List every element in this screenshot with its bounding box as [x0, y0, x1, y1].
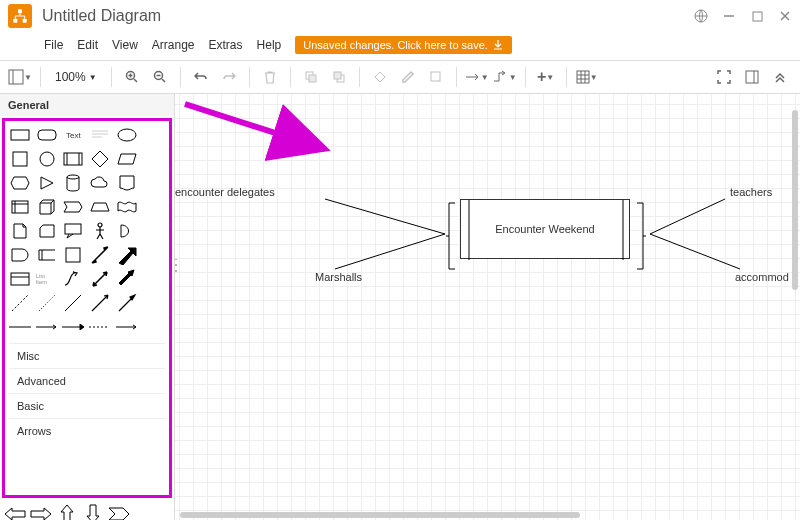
- category-basic[interactable]: Basic: [9, 393, 165, 418]
- shape-rounded[interactable]: [36, 125, 58, 145]
- connection-button[interactable]: ▼: [465, 65, 489, 89]
- menu-edit[interactable]: Edit: [77, 38, 98, 52]
- arrow-down[interactable]: [82, 504, 104, 520]
- shape-harrow1[interactable]: [36, 317, 58, 337]
- shape-double-arrow[interactable]: [89, 245, 111, 265]
- shape-blank2[interactable]: [142, 149, 164, 169]
- shape-blank5[interactable]: [142, 221, 164, 241]
- shape-blank7[interactable]: [142, 269, 164, 289]
- shape-internal[interactable]: [9, 197, 31, 217]
- shape-ellipse[interactable]: [116, 125, 138, 145]
- to-front-button[interactable]: [299, 65, 323, 89]
- menu-file[interactable]: File: [44, 38, 63, 52]
- collapse-button[interactable]: [768, 65, 792, 89]
- shape-dotted[interactable]: [36, 293, 58, 313]
- arrow-up[interactable]: [56, 504, 78, 520]
- menu-extras[interactable]: Extras: [209, 38, 243, 52]
- shape-line2[interactable]: [62, 293, 84, 313]
- shape-document[interactable]: [116, 173, 138, 193]
- category-advanced[interactable]: Advanced: [9, 368, 165, 393]
- shape-curve[interactable]: [62, 269, 84, 289]
- shape-arrow-line2[interactable]: [116, 293, 138, 313]
- shape-note[interactable]: [9, 221, 31, 241]
- unsaved-banner[interactable]: Unsaved changes. Click here to save.: [295, 36, 512, 54]
- zoom-selector[interactable]: 100% ▼: [49, 70, 103, 84]
- shape-process[interactable]: [62, 149, 84, 169]
- insert-button[interactable]: +▼: [534, 65, 558, 89]
- shape-arrow-line[interactable]: [89, 293, 111, 313]
- shadow-button[interactable]: [424, 65, 448, 89]
- shape-tape[interactable]: [116, 197, 138, 217]
- view-mode-button[interactable]: ▼: [8, 65, 32, 89]
- menu-arrange[interactable]: Arrange: [152, 38, 195, 52]
- redo-button[interactable]: [217, 65, 241, 89]
- shape-harrow4[interactable]: [116, 317, 138, 337]
- category-arrows[interactable]: Arrows: [9, 418, 165, 443]
- arrow-right[interactable]: [30, 504, 52, 520]
- shape-blank[interactable]: [142, 125, 164, 145]
- to-back-button[interactable]: [327, 65, 351, 89]
- waypoint-button[interactable]: ▼: [493, 65, 517, 89]
- shape-callout[interactable]: [62, 221, 84, 241]
- shape-or[interactable]: [116, 221, 138, 241]
- shape-list2[interactable]: List Item: [36, 269, 58, 289]
- shape-thick-arrow[interactable]: [116, 269, 138, 289]
- shape-blank6[interactable]: [142, 245, 164, 265]
- shape-cylinder[interactable]: [62, 173, 84, 193]
- vertical-scrollbar[interactable]: [792, 110, 798, 290]
- delete-button[interactable]: [258, 65, 282, 89]
- shape-harrow2[interactable]: [62, 317, 84, 337]
- fill-color-button[interactable]: [368, 65, 392, 89]
- shape-trapezoid[interactable]: [89, 197, 111, 217]
- line-color-button[interactable]: [396, 65, 420, 89]
- close-button[interactable]: [778, 9, 792, 23]
- shape-text[interactable]: Text: [62, 125, 84, 145]
- category-general[interactable]: General: [0, 94, 174, 116]
- menu-help[interactable]: Help: [257, 38, 282, 52]
- shape-parallelogram[interactable]: [116, 149, 138, 169]
- menu-view[interactable]: View: [112, 38, 138, 52]
- arrow-chevron[interactable]: [108, 504, 130, 520]
- maximize-button[interactable]: [750, 9, 764, 23]
- shape-and[interactable]: [9, 245, 31, 265]
- shape-hline[interactable]: [9, 317, 31, 337]
- shape-textbox[interactable]: [89, 125, 111, 145]
- shape-triangle[interactable]: [36, 173, 58, 193]
- globe-icon[interactable]: [694, 9, 708, 23]
- shape-cube[interactable]: [36, 197, 58, 217]
- shape-square[interactable]: [9, 149, 31, 169]
- undo-button[interactable]: [189, 65, 213, 89]
- shape-hexagon[interactable]: [9, 173, 31, 193]
- shape-actor[interactable]: [89, 221, 111, 241]
- node-encounter-weekend[interactable]: Encounter Weekend: [460, 199, 630, 259]
- shape-rect[interactable]: [9, 125, 31, 145]
- shape-blank8[interactable]: [142, 293, 164, 313]
- svg-rect-4: [753, 12, 762, 21]
- format-panel-button[interactable]: [740, 65, 764, 89]
- table-button[interactable]: ▼: [575, 65, 599, 89]
- fullscreen-button[interactable]: [712, 65, 736, 89]
- shape-step[interactable]: [62, 197, 84, 217]
- shape-card[interactable]: [36, 221, 58, 241]
- shape-diamond[interactable]: [89, 149, 111, 169]
- zoom-in-button[interactable]: [120, 65, 144, 89]
- shape-arrow-ne[interactable]: [116, 245, 138, 265]
- category-misc[interactable]: Misc: [9, 343, 165, 368]
- shape-circle-sq[interactable]: [36, 149, 58, 169]
- label-encounter-delegates[interactable]: encounter delegates: [175, 186, 275, 198]
- shape-cloud[interactable]: [89, 173, 111, 193]
- canvas[interactable]: encounter delegates Marshalls teachers a…: [175, 94, 800, 520]
- shape-container[interactable]: [62, 245, 84, 265]
- zoom-out-button[interactable]: [148, 65, 172, 89]
- arrow-left[interactable]: [4, 504, 26, 520]
- shape-list[interactable]: [9, 269, 31, 289]
- shape-harrow3[interactable]: [89, 317, 111, 337]
- shape-blank4[interactable]: [142, 197, 164, 217]
- document-title[interactable]: Untitled Diagram: [42, 7, 694, 25]
- shape-datastore[interactable]: [36, 245, 58, 265]
- shape-dashed[interactable]: [9, 293, 31, 313]
- shape-bidir[interactable]: [89, 269, 111, 289]
- minimize-button[interactable]: [722, 9, 736, 23]
- shape-blank3[interactable]: [142, 173, 164, 193]
- horizontal-scrollbar[interactable]: [180, 512, 580, 518]
